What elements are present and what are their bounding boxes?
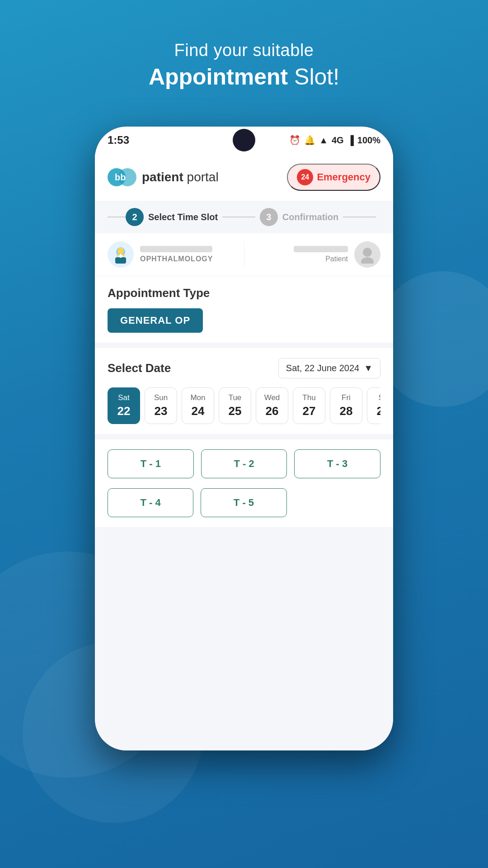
patient-info: Patient <box>244 241 381 268</box>
status-bar: 1:53 ⏰ 🔔 ▲ 4G ▐ 100% <box>95 127 393 154</box>
step-connector-2 <box>343 217 376 217</box>
day-num: 23 <box>145 404 177 418</box>
network-label: 4G <box>332 135 344 146</box>
doctor-patient-row: OPHTHALMOLOGY Patient <box>95 233 393 276</box>
app-header: bb patient portal 24 Emergency <box>95 154 393 201</box>
step-1-circle: 2 <box>126 208 144 226</box>
day-num: 29 <box>367 404 380 418</box>
step-2-label: Confirmation <box>282 212 338 222</box>
day-item-28[interactable]: Fri 28 <box>330 387 362 424</box>
patient-name-redacted <box>294 246 348 252</box>
appointment-type-title: Appointment Type <box>108 286 380 300</box>
day-name: Mon <box>182 393 214 402</box>
time-slot-5[interactable]: T - 5 <box>201 488 286 517</box>
status-right: ⏰ 🔔 ▲ 4G ▐ 100% <box>289 135 380 146</box>
svg-point-10 <box>363 248 372 257</box>
date-selector-section: Select Date Sat, 22 June 2024 ▼ Sat 22 S… <box>95 348 393 434</box>
logo-light: portal <box>187 170 219 184</box>
logo-area: bb patient portal <box>108 165 219 189</box>
wifi-icon: ▲ <box>319 135 328 146</box>
doctor-info: OPHTHALMOLOGY <box>108 241 244 268</box>
day-selector: Sat 22 Sun 23 Mon 24 Tue 25 Wed 26 Thu 2… <box>108 387 380 424</box>
day-name: Sat <box>108 393 140 402</box>
step-line-before <box>108 217 126 217</box>
page-header: Find your suitable Appointment Slot! <box>0 0 488 90</box>
alarm-icon: ⏰ <box>289 135 300 146</box>
time-slot-1[interactable]: T - 1 <box>108 449 194 478</box>
step-connector-1 <box>222 217 255 217</box>
content-area[interactable]: Appointment Type GENERAL OP Select Date … <box>95 276 393 750</box>
day-name: Wed <box>256 393 288 402</box>
emergency-badge: 24 <box>297 169 313 185</box>
time-slot-4[interactable]: T - 4 <box>108 488 193 517</box>
svg-rect-5 <box>115 257 126 264</box>
doctor-details: OPHTHALMOLOGY <box>140 246 235 263</box>
day-num: 25 <box>219 404 251 418</box>
day-name: Sa <box>367 393 380 402</box>
day-num: 22 <box>108 404 140 418</box>
day-item-25[interactable]: Tue 25 <box>219 387 251 424</box>
day-num: 26 <box>256 404 288 418</box>
day-item-22[interactable]: Sat 22 <box>108 387 140 424</box>
day-item-29[interactable]: Sa 29 <box>367 387 380 424</box>
step-indicator: 2 Select Time Slot 3 Confirmation <box>95 201 393 233</box>
emergency-label: Emergency <box>317 171 371 183</box>
patient-avatar-icon <box>358 245 376 264</box>
doctor-avatar <box>108 241 134 268</box>
step-1-label: Select Time Slot <box>148 212 218 222</box>
svg-point-4 <box>117 248 124 254</box>
selected-date-label: Sat, 22 June 2024 <box>286 363 359 373</box>
date-selector-header: Select Date Sat, 22 June 2024 ▼ <box>108 358 380 378</box>
time-slot-2[interactable]: T - 2 <box>201 449 287 478</box>
page-subtitle: Find your suitable <box>0 41 488 60</box>
day-name: Tue <box>219 393 251 402</box>
emergency-button[interactable]: 24 Emergency <box>287 164 380 191</box>
day-name: Sun <box>145 393 177 402</box>
day-name: Fri <box>330 393 362 402</box>
status-time: 1:53 <box>108 134 129 146</box>
doctor-avatar-icon <box>112 245 130 264</box>
app-logo-icon: bb <box>108 165 136 189</box>
step-1: 2 Select Time Slot <box>126 208 218 226</box>
appointment-type-section: Appointment Type GENERAL OP <box>95 276 393 343</box>
step-2: 3 Confirmation <box>260 208 338 226</box>
patient-label: Patient <box>294 255 348 263</box>
battery-label: 100% <box>357 135 380 146</box>
day-name: Thu <box>293 393 325 402</box>
doctor-specialty: OPHTHALMOLOGY <box>140 255 235 263</box>
time-slot-3[interactable]: T - 3 <box>294 449 380 478</box>
page-title: Appointment Slot! <box>0 64 488 90</box>
svg-text:bb: bb <box>115 172 126 182</box>
logo-bold: patient <box>142 170 183 184</box>
phone-frame: 1:53 ⏰ 🔔 ▲ 4G ▐ 100% bb patient <box>95 127 393 750</box>
svg-point-11 <box>361 257 374 264</box>
doctor-name-redacted <box>140 246 212 252</box>
logo-text: patient portal <box>142 170 219 184</box>
day-num: 28 <box>330 404 362 418</box>
front-camera <box>233 129 255 151</box>
svg-rect-9 <box>118 255 123 257</box>
day-item-27[interactable]: Thu 27 <box>293 387 325 424</box>
patient-avatar <box>354 241 380 268</box>
title-light: Slot! <box>288 64 339 90</box>
time-slots-row1: T - 1T - 2T - 3 <box>95 439 393 488</box>
dropdown-chevron-icon: ▼ <box>364 363 373 373</box>
date-dropdown[interactable]: Sat, 22 June 2024 ▼ <box>278 358 380 378</box>
title-bold: Appointment <box>149 64 288 90</box>
phone-screen: bb patient portal 24 Emergency 2 Select … <box>95 154 393 750</box>
patient-details: Patient <box>294 246 348 263</box>
signal-icon: ▐ <box>347 135 354 146</box>
day-item-24[interactable]: Mon 24 <box>182 387 214 424</box>
select-date-title: Select Date <box>108 361 171 375</box>
day-num: 24 <box>182 404 214 418</box>
day-num: 27 <box>293 404 325 418</box>
day-item-23[interactable]: Sun 23 <box>145 387 177 424</box>
day-item-26[interactable]: Wed 26 <box>256 387 288 424</box>
general-op-button[interactable]: GENERAL OP <box>108 308 203 333</box>
time-slots-row2: T - 4T - 5 <box>95 488 393 527</box>
volume-icon: 🔔 <box>304 135 315 146</box>
step-2-circle: 3 <box>260 208 278 226</box>
